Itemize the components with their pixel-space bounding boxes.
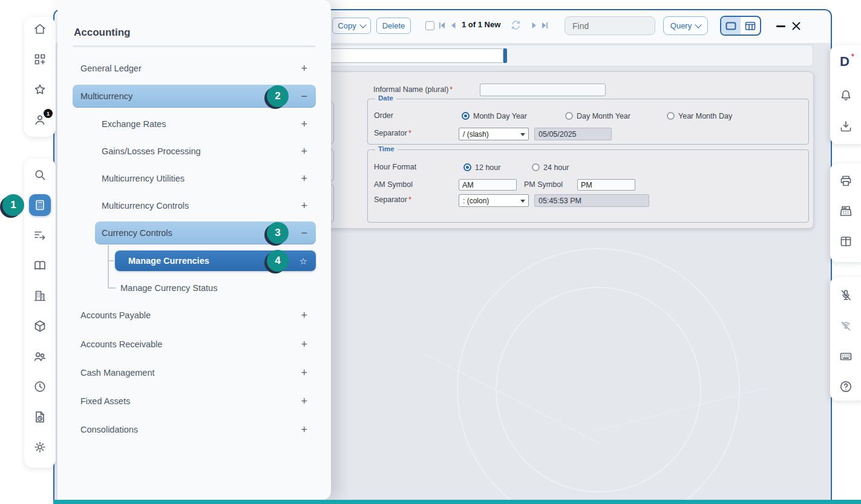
profile-notification-badge: 1 xyxy=(44,109,53,118)
people-icon[interactable] xyxy=(33,349,47,364)
register-icon[interactable] xyxy=(839,204,853,218)
hour-12-radio[interactable] xyxy=(463,163,471,171)
step-badge-4: 4 xyxy=(267,250,289,272)
expand-icon[interactable]: + xyxy=(301,339,307,350)
journals-icon[interactable] xyxy=(33,258,47,273)
form-view-button[interactable] xyxy=(721,17,741,34)
time-separator-label: Separator* xyxy=(374,195,411,204)
hour-24-radio[interactable] xyxy=(532,163,540,171)
favorite-star-icon[interactable]: ☆ xyxy=(300,257,307,266)
time-icon[interactable] xyxy=(33,379,47,394)
expand-icon[interactable]: + xyxy=(301,173,307,184)
search-icon[interactable] xyxy=(33,168,47,182)
collapse-icon[interactable]: − xyxy=(301,227,307,238)
order-label: Order xyxy=(374,111,393,120)
menu-item-manage-currency-status[interactable]: Manage Currency Status xyxy=(115,277,316,299)
find-input[interactable] xyxy=(565,16,655,35)
right-rail-middle-card xyxy=(830,163,861,262)
menu-item-exchange-rates[interactable]: Exchange Rates+ xyxy=(73,113,316,136)
company-icon[interactable] xyxy=(33,289,47,303)
am-symbol-input[interactable] xyxy=(459,179,517,191)
expand-icon[interactable]: + xyxy=(301,396,307,407)
expand-icon[interactable]: + xyxy=(301,200,307,211)
minimize-button[interactable] xyxy=(775,21,786,31)
hour-format-label: Hour Format xyxy=(374,163,416,171)
tree-connector xyxy=(108,260,114,261)
previous-record-icon[interactable] xyxy=(449,21,457,30)
hour-option-label[interactable]: 24 hour xyxy=(543,163,569,172)
right-rail-bottom-card xyxy=(830,277,861,401)
informal-name-label: Informal Name (plural)* xyxy=(373,85,453,94)
mic-off-icon[interactable] xyxy=(839,288,853,303)
collapse-icon[interactable]: − xyxy=(301,91,307,102)
favorites-icon[interactable] xyxy=(33,82,47,97)
table-view-button[interactable] xyxy=(741,17,760,34)
order-day-month-year-radio[interactable] xyxy=(565,112,573,120)
hour-option-label[interactable]: 12 hour xyxy=(475,163,500,172)
next-record-icon[interactable] xyxy=(530,21,539,30)
broadcast-off-icon[interactable] xyxy=(839,319,853,333)
time-legend: Time xyxy=(375,145,398,152)
delete-button-label: Delete xyxy=(382,21,405,30)
inventory-icon[interactable] xyxy=(33,319,47,333)
order-option-label[interactable]: Year Month Day xyxy=(678,112,732,120)
expand-icon[interactable]: + xyxy=(301,146,307,157)
expand-icon[interactable]: + xyxy=(301,310,307,321)
record-select-checkbox[interactable] xyxy=(425,21,434,30)
menu-item-consolidations[interactable]: Consolidations+ xyxy=(73,418,316,441)
time-separator-select[interactable]: : (colon) xyxy=(459,194,529,207)
help-icon[interactable] xyxy=(839,379,853,394)
informal-name-input[interactable] xyxy=(480,83,606,96)
expand-icon[interactable]: + xyxy=(301,424,307,435)
order-option-label[interactable]: Month Day Year xyxy=(473,112,527,120)
last-record-icon[interactable] xyxy=(541,21,549,30)
close-icon xyxy=(790,20,802,32)
sparkle-icon: ✦ xyxy=(850,51,856,59)
time-fieldset: Time Hour Format 12 hour 24 hour AM Symb… xyxy=(367,149,809,223)
settings-icon[interactable] xyxy=(33,440,47,454)
menu-item-multicurrency-controls[interactable]: Multicurrency Controls+ xyxy=(73,194,316,217)
expand-icon[interactable]: + xyxy=(301,367,307,378)
notifications-icon[interactable] xyxy=(839,88,853,103)
table-view-icon xyxy=(744,21,756,31)
time-sample-field: 05:45:53 PM xyxy=(534,194,649,207)
order-option-label[interactable]: Day Month Year xyxy=(577,112,630,120)
documents-icon[interactable] xyxy=(33,410,47,424)
refresh-icon[interactable] xyxy=(510,19,522,33)
query-button[interactable]: Query xyxy=(663,16,708,35)
date-sample-field: 05/05/2025 xyxy=(534,128,612,140)
menu-item-cash-management[interactable]: Cash Management+ xyxy=(73,361,316,384)
calculator-icon[interactable] xyxy=(29,194,51,216)
menu-item-accounts-payable[interactable]: Accounts Payable+ xyxy=(73,304,316,327)
expand-icon[interactable]: + xyxy=(301,63,307,74)
apps-icon[interactable] xyxy=(33,52,47,67)
time-separator-value: : (colon) xyxy=(463,197,489,205)
close-button[interactable] xyxy=(790,20,802,32)
transactions-icon[interactable] xyxy=(33,228,47,243)
copy-button[interactable]: Copy xyxy=(332,18,371,34)
bottom-accent-bar xyxy=(53,500,861,504)
copy-button-label: Copy xyxy=(338,21,356,30)
keyboard-icon[interactable] xyxy=(839,349,853,364)
menu-item-gains-losses-processing[interactable]: Gains/Losses Processing+ xyxy=(73,140,316,163)
print-icon[interactable] xyxy=(839,174,853,188)
order-month-day-year-radio[interactable] xyxy=(462,112,470,120)
expand-icon[interactable]: + xyxy=(301,119,307,129)
order-year-month-day-radio[interactable] xyxy=(667,112,675,120)
menu-item-general-ledger[interactable]: General Ledger+ xyxy=(73,57,316,80)
flyout-title: Accounting xyxy=(74,27,131,39)
chevron-down-icon xyxy=(359,21,366,28)
menu-item-multicurrency-utilities[interactable]: Multicurrency Utilities+ xyxy=(73,167,316,190)
required-marker: * xyxy=(408,195,411,204)
first-record-icon[interactable] xyxy=(437,21,446,30)
columns-icon[interactable] xyxy=(839,234,853,249)
pm-symbol-input[interactable] xyxy=(577,179,635,191)
date-separator-select[interactable]: / (slash) xyxy=(459,128,529,140)
dropdown-arrow-icon xyxy=(520,133,525,136)
import-icon[interactable] xyxy=(839,119,853,134)
date-fieldset: Date Order Month Day Year Day Month Year… xyxy=(367,99,809,145)
menu-item-accounts-receivable[interactable]: Accounts Receivable+ xyxy=(73,333,316,356)
delete-button[interactable]: Delete xyxy=(376,18,411,34)
home-icon[interactable] xyxy=(33,22,47,36)
menu-item-fixed-assets[interactable]: Fixed Assets+ xyxy=(73,390,316,413)
